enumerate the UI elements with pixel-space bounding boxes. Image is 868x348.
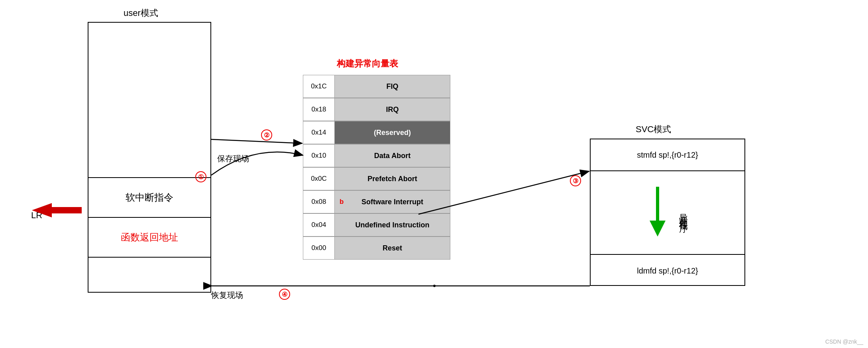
- addr-0x08: 0x08: [303, 190, 335, 213]
- svc-mode-label: SVC模式: [636, 123, 671, 135]
- circle-badge-4: ④: [279, 289, 290, 300]
- addr-0x1c: 0x1C: [303, 75, 335, 98]
- badge-2: ②: [261, 129, 272, 141]
- svc-bottom-text: ldmfd sp!,{r0-r12}: [637, 266, 698, 276]
- stack-bottom-section: [88, 258, 210, 293]
- vector-table: 0x1C 0x18 0x14 0x10 0x0C 0x08 0x04 0x00 …: [303, 75, 450, 260]
- vec-swi: b Software Interrupt: [335, 190, 450, 213]
- restore-scene-label: 恢复现场: [211, 290, 243, 301]
- addr-0x14: 0x14: [303, 121, 335, 144]
- circle-badge-2: ②: [261, 129, 272, 141]
- vector-table-title: 构建异常向量表: [337, 58, 398, 70]
- svc-box: stmfd sp!,{r0-r12} 异常处理程序 ldmfd sp!,{r0-…: [590, 139, 745, 286]
- svc-bottom-section: ldmfd sp!,{r0-r12}: [591, 255, 744, 287]
- addr-0x18: 0x18: [303, 98, 335, 121]
- dot-restore: [433, 285, 436, 287]
- circle-badge-1: ①: [195, 171, 206, 182]
- svc-middle-section: 异常处理程序: [591, 171, 744, 255]
- badge-4: ④: [279, 289, 290, 300]
- vec-prefetch-abort: Prefetch Abort: [335, 167, 450, 190]
- svc-top-text: stmfd sp!,{r0-r12}: [637, 151, 698, 160]
- circle-badge-3: ③: [570, 175, 581, 186]
- addr-0x10: 0x10: [303, 144, 335, 167]
- lr-label: LR: [31, 210, 42, 221]
- addr-0x04: 0x04: [303, 213, 335, 237]
- stack-swi-section: 软中断指令: [88, 178, 210, 218]
- arrow-save-scene: [211, 139, 302, 143]
- stack-box: 软中断指令 函数返回地址: [88, 22, 211, 293]
- vector-addr-col: 0x1C 0x18 0x14 0x10 0x0C 0x08 0x04 0x00: [303, 75, 335, 260]
- b-prefix: b: [340, 198, 344, 206]
- green-down-arrow: [646, 187, 670, 239]
- svc-top-section: stmfd sp!,{r0-r12}: [591, 139, 744, 171]
- svg-marker-2: [650, 221, 666, 237]
- diagram-container: user模式 软中断指令 函数返回地址 LR ① 保存现场 ② 构建异常向量表 …: [0, 0, 868, 348]
- badge-3: ③: [570, 175, 581, 186]
- user-mode-label: user模式: [124, 7, 158, 19]
- save-scene-label: 保存现场: [217, 153, 249, 164]
- stack-lr-section: 函数返回地址: [88, 218, 210, 258]
- vec-reset: Reset: [335, 237, 450, 260]
- stack-top-section: [88, 23, 210, 178]
- vec-fiq: FIQ: [335, 75, 450, 98]
- addr-0x0c: 0x0C: [303, 167, 335, 190]
- svc-middle-text: 异常处理程序: [678, 207, 689, 219]
- vec-irq: IRQ: [335, 98, 450, 121]
- vec-reserved: (Reserved): [335, 121, 450, 144]
- vec-data-abort: Data Abort: [335, 144, 450, 167]
- addr-0x00: 0x00: [303, 237, 335, 260]
- vec-undef: Undefined Instruction: [335, 213, 450, 237]
- vector-name-col: FIQ IRQ (Reserved) Data Abort Prefetch A…: [335, 75, 450, 260]
- badge-1: ①: [195, 171, 206, 182]
- swi-instruction-text: 软中断指令: [126, 191, 173, 204]
- lr-address-text: 函数返回地址: [121, 231, 178, 244]
- watermark: CSDN @znk__: [825, 338, 863, 345]
